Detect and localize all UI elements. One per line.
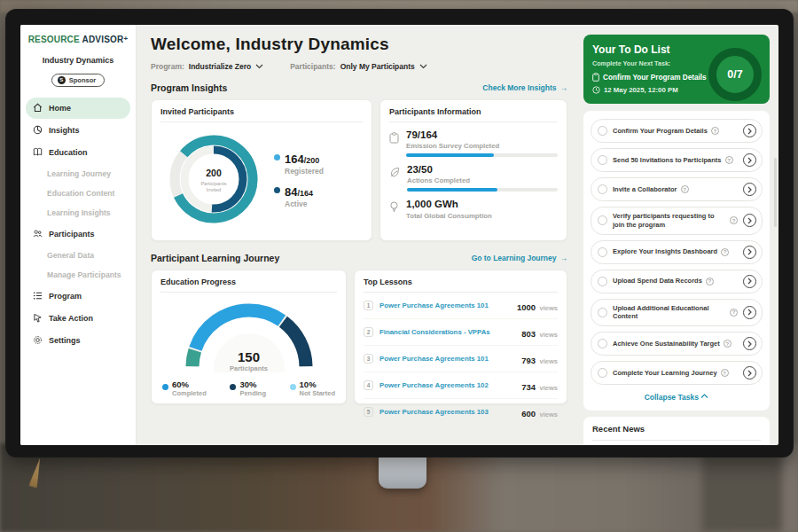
help-icon[interactable]: ? [725, 156, 733, 164]
task-open-button[interactable] [743, 275, 756, 288]
app-logo[interactable]: RESOURCE ADVISOR+ [20, 35, 136, 44]
sidebar-item-settings[interactable]: Settings [26, 330, 130, 351]
task-checkbox[interactable] [598, 277, 607, 286]
dashboard-screen: RESOURCE ADVISOR+ Industry Dynamics S Sp… [20, 25, 778, 445]
task-open-button[interactable] [743, 306, 756, 319]
task-checkbox[interactable] [598, 126, 607, 136]
scrollbar-thumb[interactable] [774, 158, 777, 227]
lesson-link[interactable]: Financial Considerations - VPPAs [379, 328, 490, 336]
views-suffix: views [540, 384, 558, 392]
task-open-button[interactable] [743, 124, 756, 137]
task-row-achieve-target[interactable]: Achieve One Sustainability Target? [591, 332, 763, 356]
check-more-insights-link[interactable]: Check More Insights → [482, 83, 567, 92]
lesson-link[interactable]: Power Purchase Agreements 102 [379, 381, 489, 389]
task-checkbox[interactable] [598, 215, 607, 225]
registered-total: /200 [304, 156, 320, 165]
help-icon[interactable]: ? [721, 369, 729, 377]
help-icon[interactable]: ? [681, 185, 689, 193]
sidebar-item-home[interactable]: Home [26, 98, 130, 119]
help-icon[interactable]: ? [721, 248, 729, 256]
task-open-button[interactable] [743, 214, 756, 227]
legend-item-registered: 164/200 Registered [274, 151, 324, 176]
task-row-complete-learning-journey[interactable]: Complete Your Learning Journey? [591, 361, 763, 385]
task-row-upload-spend-data[interactable]: Upload Spend Data Records? [591, 270, 763, 293]
task-open-button[interactable] [743, 183, 756, 196]
sponsor-badge[interactable]: S Sponsor [51, 74, 105, 87]
todo-next-task: Confirm Your Program Details [603, 74, 707, 82]
program-filter-label: Program: [151, 62, 184, 71]
task-checkbox[interactable] [598, 155, 607, 165]
education-progress-card: Education Progress 150 Participants [151, 270, 347, 404]
sidebar-item-learning-insights[interactable]: Learning Insights [20, 203, 136, 223]
task-row-send-invitations[interactable]: Send 50 Invitations to Participants? [591, 148, 763, 172]
task-checkbox[interactable] [598, 368, 607, 378]
bulb-icon [389, 201, 399, 213]
task-checkbox[interactable] [598, 247, 607, 257]
task-checkbox[interactable] [598, 339, 607, 348]
task-open-button[interactable] [743, 246, 756, 259]
participants-icon [33, 229, 43, 239]
help-icon[interactable]: ? [730, 309, 738, 317]
donut-legend: 164/200 Registered 84/164 Active [274, 143, 324, 216]
sidebar-item-insights[interactable]: Insights [26, 120, 130, 141]
sidebar-item-program[interactable]: Program [26, 286, 130, 307]
donut-center-value: 200 [206, 168, 222, 178]
clock-icon [592, 86, 600, 94]
task-open-button[interactable] [743, 366, 756, 379]
task-open-button[interactable] [743, 153, 756, 167]
settings-icon [33, 335, 43, 345]
emission-value: 79/164 [406, 129, 558, 141]
help-icon[interactable]: ? [730, 216, 738, 224]
sidebar-item-general-data[interactable]: General Data [20, 246, 136, 265]
participants-dropdown[interactable]: Participants: Only My Participants [290, 62, 427, 71]
help-icon[interactable]: ? [711, 127, 719, 135]
task-row-explore-insights[interactable]: Explore Your Insights Dashboard? [591, 240, 763, 264]
sidebar-item-education[interactable]: Education [26, 142, 130, 163]
sidebar-item-participants[interactable]: Participants [26, 223, 130, 245]
sidebar-item-education-content[interactable]: Education Content [20, 184, 136, 203]
page-title: Welcome, Industry Dynamics [151, 35, 567, 54]
go-to-learning-journey-link[interactable]: Go to Learning Journey → [472, 254, 567, 262]
views-suffix: views [540, 411, 558, 419]
views-suffix: views [540, 331, 558, 339]
lesson-link[interactable]: Power Purchase Agreements 101 [379, 301, 489, 309]
check-more-insights-label: Check More Insights [482, 83, 556, 92]
views-suffix: views [540, 304, 558, 312]
help-icon[interactable]: ? [706, 278, 714, 286]
legend-dot [290, 384, 296, 390]
lesson-link[interactable]: Power Purchase Agreements 101 [379, 355, 489, 363]
task-checkbox[interactable] [598, 184, 607, 194]
help-icon[interactable]: ? [724, 340, 732, 348]
program-dropdown[interactable]: Program: Industrialize Zero [151, 62, 263, 71]
consumption-value: 1,000 GWh [406, 199, 558, 210]
monitor-bezel: RESOURCE ADVISOR+ Industry Dynamics S Sp… [5, 9, 794, 458]
collapse-tasks-link[interactable]: Collapse Tasks [591, 390, 763, 409]
task-row-verify-participants[interactable]: Verify participants requesting to join t… [591, 207, 763, 235]
sidebar-nav: Home Insights Education Learning Journey… [20, 98, 136, 351]
program-filter-value: Industrialize Zero [189, 62, 251, 71]
sidebar-item-manage-participants[interactable]: Manage Participants [20, 265, 136, 285]
lesson-link[interactable]: Power Purchase Agreements 103 [379, 408, 489, 416]
task-checkbox[interactable] [598, 308, 607, 317]
sidebar-item-learning-journey[interactable]: Learning Journey [20, 164, 136, 184]
take-action-icon [33, 313, 43, 323]
emission-label: Emission Survey Completed [406, 142, 558, 150]
task-row-upload-educational-content[interactable]: Upload Additional Educational Content? [591, 299, 763, 327]
todo-progress-value: 0/7 [727, 68, 742, 81]
sidebar-item-take-action[interactable]: Take Action [26, 308, 130, 329]
task-row-confirm-program[interactable]: Confirm Your Program Details? [591, 119, 763, 143]
chevron-right-icon [747, 278, 752, 285]
actions-icon [389, 167, 400, 177]
lesson-rank: 2 [364, 327, 373, 337]
task-row-invite-collaborator[interactable]: Invite a Collaborator? [591, 177, 763, 201]
lesson-row: 5 Power Purchase Agreements 103 600 view… [364, 399, 558, 425]
active-label: Active [285, 200, 313, 208]
participants-filter-label: Participants: [290, 62, 336, 71]
invited-card-title: Invited Participants [160, 107, 363, 122]
lesson-views: 734 [521, 382, 536, 392]
info-row-actions: 23/50 Actions Completed [389, 164, 558, 192]
arrow-right-icon: → [560, 254, 568, 262]
todo-header-card: Your To Do List Complete Your Next Task:… [583, 35, 770, 104]
task-label: Explore Your Insights Dashboard [613, 247, 717, 256]
task-open-button[interactable] [743, 337, 756, 350]
